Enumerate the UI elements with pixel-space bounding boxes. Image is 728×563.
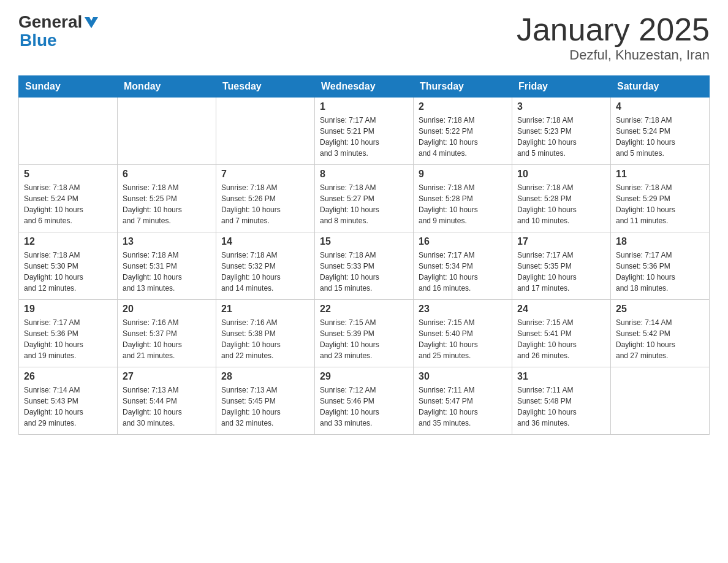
calendar-cell: 19Sunrise: 7:17 AMSunset: 5:36 PMDayligh… (19, 300, 118, 367)
logo-general-text: General (18, 12, 82, 32)
day-info: Sunrise: 7:15 AMSunset: 5:41 PMDaylight:… (517, 317, 605, 361)
day-info: Sunrise: 7:13 AMSunset: 5:45 PMDaylight:… (221, 385, 309, 429)
day-info: Sunrise: 7:15 AMSunset: 5:40 PMDaylight:… (419, 317, 507, 361)
day-number: 25 (616, 304, 704, 315)
title-block: January 2025 Dezful, Khuzestan, Iran (517, 12, 710, 63)
day-number: 11 (616, 169, 704, 180)
calendar-cell: 26Sunrise: 7:14 AMSunset: 5:43 PMDayligh… (19, 367, 118, 435)
day-info: Sunrise: 7:13 AMSunset: 5:44 PMDaylight:… (123, 385, 211, 429)
calendar-cell: 3Sunrise: 7:18 AMSunset: 5:23 PMDaylight… (512, 98, 611, 165)
day-info: Sunrise: 7:18 AMSunset: 5:32 PMDaylight:… (221, 250, 309, 294)
calendar-cell: 11Sunrise: 7:18 AMSunset: 5:29 PMDayligh… (611, 165, 710, 232)
day-info: Sunrise: 7:16 AMSunset: 5:37 PMDaylight:… (123, 317, 211, 361)
day-info: Sunrise: 7:18 AMSunset: 5:23 PMDaylight:… (517, 115, 605, 159)
location-title: Dezful, Khuzestan, Iran (517, 47, 710, 63)
day-info: Sunrise: 7:15 AMSunset: 5:39 PMDaylight:… (320, 317, 408, 361)
calendar-cell: 28Sunrise: 7:13 AMSunset: 5:45 PMDayligh… (216, 367, 315, 435)
day-number: 22 (320, 304, 408, 315)
day-info: Sunrise: 7:16 AMSunset: 5:38 PMDaylight:… (221, 317, 309, 361)
calendar-cell: 16Sunrise: 7:17 AMSunset: 5:34 PMDayligh… (414, 232, 512, 300)
calendar-table: SundayMondayTuesdayWednesdayThursdayFrid… (18, 75, 710, 435)
day-number: 19 (24, 304, 112, 315)
calendar-cell: 27Sunrise: 7:13 AMSunset: 5:44 PMDayligh… (118, 367, 216, 435)
day-info: Sunrise: 7:18 AMSunset: 5:30 PMDaylight:… (24, 250, 112, 294)
day-number: 20 (123, 304, 211, 315)
day-number: 4 (616, 101, 704, 112)
calendar-cell: 25Sunrise: 7:14 AMSunset: 5:42 PMDayligh… (611, 300, 710, 367)
day-number: 15 (320, 236, 408, 247)
day-number: 7 (221, 169, 309, 180)
calendar-cell: 14Sunrise: 7:18 AMSunset: 5:32 PMDayligh… (216, 232, 315, 300)
calendar-cell: 17Sunrise: 7:17 AMSunset: 5:35 PMDayligh… (512, 232, 611, 300)
calendar-cell: 9Sunrise: 7:18 AMSunset: 5:28 PMDaylight… (414, 165, 512, 232)
weekday-header-wednesday: Wednesday (315, 76, 414, 98)
day-info: Sunrise: 7:18 AMSunset: 5:26 PMDaylight:… (221, 182, 309, 226)
day-number: 24 (517, 304, 605, 315)
day-number: 2 (419, 101, 507, 112)
day-number: 14 (221, 236, 309, 247)
day-number: 9 (419, 169, 507, 180)
day-number: 23 (419, 304, 507, 315)
weekday-header-thursday: Thursday (414, 76, 512, 98)
weekday-header-sunday: Sunday (19, 76, 118, 98)
calendar-cell: 21Sunrise: 7:16 AMSunset: 5:38 PMDayligh… (216, 300, 315, 367)
svg-marker-0 (85, 17, 98, 28)
calendar-cell (611, 367, 710, 435)
calendar-cell: 31Sunrise: 7:11 AMSunset: 5:48 PMDayligh… (512, 367, 611, 435)
day-info: Sunrise: 7:18 AMSunset: 5:24 PMDaylight:… (24, 182, 112, 226)
day-info: Sunrise: 7:17 AMSunset: 5:35 PMDaylight:… (517, 250, 605, 294)
calendar-cell: 20Sunrise: 7:16 AMSunset: 5:37 PMDayligh… (118, 300, 216, 367)
month-title: January 2025 (517, 12, 710, 47)
calendar-cell: 22Sunrise: 7:15 AMSunset: 5:39 PMDayligh… (315, 300, 414, 367)
calendar-cell: 1Sunrise: 7:17 AMSunset: 5:21 PMDaylight… (315, 98, 414, 165)
calendar-cell: 12Sunrise: 7:18 AMSunset: 5:30 PMDayligh… (19, 232, 118, 300)
day-info: Sunrise: 7:14 AMSunset: 5:43 PMDaylight:… (24, 385, 112, 429)
calendar-cell (118, 98, 216, 165)
calendar-cell: 13Sunrise: 7:18 AMSunset: 5:31 PMDayligh… (118, 232, 216, 300)
logo-arrow-icon (85, 17, 98, 31)
calendar-cell: 29Sunrise: 7:12 AMSunset: 5:46 PMDayligh… (315, 367, 414, 435)
day-info: Sunrise: 7:18 AMSunset: 5:25 PMDaylight:… (123, 182, 211, 226)
day-number: 13 (123, 236, 211, 247)
day-info: Sunrise: 7:18 AMSunset: 5:31 PMDaylight:… (123, 250, 211, 294)
calendar-cell: 23Sunrise: 7:15 AMSunset: 5:40 PMDayligh… (414, 300, 512, 367)
day-info: Sunrise: 7:14 AMSunset: 5:42 PMDaylight:… (616, 317, 704, 361)
day-number: 12 (24, 236, 112, 247)
day-number: 18 (616, 236, 704, 247)
day-info: Sunrise: 7:12 AMSunset: 5:46 PMDaylight:… (320, 385, 408, 429)
day-info: Sunrise: 7:17 AMSunset: 5:34 PMDaylight:… (419, 250, 507, 294)
day-number: 6 (123, 169, 211, 180)
day-number: 31 (517, 371, 605, 382)
calendar-week-row: 12Sunrise: 7:18 AMSunset: 5:30 PMDayligh… (19, 232, 710, 300)
day-info: Sunrise: 7:18 AMSunset: 5:28 PMDaylight:… (517, 182, 605, 226)
calendar-week-row: 19Sunrise: 7:17 AMSunset: 5:36 PMDayligh… (19, 300, 710, 367)
calendar-cell: 10Sunrise: 7:18 AMSunset: 5:28 PMDayligh… (512, 165, 611, 232)
weekday-header-monday: Monday (118, 76, 216, 98)
day-info: Sunrise: 7:18 AMSunset: 5:27 PMDaylight:… (320, 182, 408, 226)
calendar-cell: 5Sunrise: 7:18 AMSunset: 5:24 PMDaylight… (19, 165, 118, 232)
calendar-cell (216, 98, 315, 165)
calendar-week-row: 26Sunrise: 7:14 AMSunset: 5:43 PMDayligh… (19, 367, 710, 435)
calendar-cell: 7Sunrise: 7:18 AMSunset: 5:26 PMDaylight… (216, 165, 315, 232)
weekday-header-tuesday: Tuesday (216, 76, 315, 98)
weekday-header-friday: Friday (512, 76, 611, 98)
day-number: 28 (221, 371, 309, 382)
calendar-cell: 15Sunrise: 7:18 AMSunset: 5:33 PMDayligh… (315, 232, 414, 300)
day-info: Sunrise: 7:17 AMSunset: 5:21 PMDaylight:… (320, 115, 408, 159)
calendar-cell: 6Sunrise: 7:18 AMSunset: 5:25 PMDaylight… (118, 165, 216, 232)
day-number: 1 (320, 101, 408, 112)
day-number: 21 (221, 304, 309, 315)
day-number: 8 (320, 169, 408, 180)
day-info: Sunrise: 7:18 AMSunset: 5:28 PMDaylight:… (419, 182, 507, 226)
day-number: 27 (123, 371, 211, 382)
calendar-week-row: 1Sunrise: 7:17 AMSunset: 5:21 PMDaylight… (19, 98, 710, 165)
calendar-week-row: 5Sunrise: 7:18 AMSunset: 5:24 PMDaylight… (19, 165, 710, 232)
day-number: 10 (517, 169, 605, 180)
day-info: Sunrise: 7:18 AMSunset: 5:29 PMDaylight:… (616, 182, 704, 226)
day-info: Sunrise: 7:17 AMSunset: 5:36 PMDaylight:… (616, 250, 704, 294)
calendar-cell: 8Sunrise: 7:18 AMSunset: 5:27 PMDaylight… (315, 165, 414, 232)
day-number: 16 (419, 236, 507, 247)
day-info: Sunrise: 7:18 AMSunset: 5:22 PMDaylight:… (419, 115, 507, 159)
calendar-cell (19, 98, 118, 165)
day-number: 17 (517, 236, 605, 247)
